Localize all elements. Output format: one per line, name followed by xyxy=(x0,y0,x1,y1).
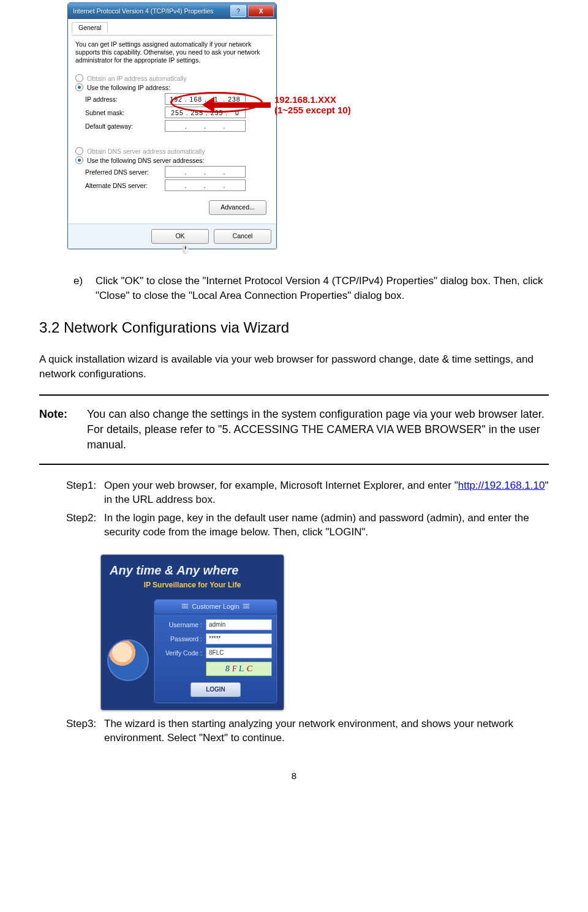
alt-dns-input[interactable]: . . . xyxy=(165,179,246,191)
arrow-left-icon xyxy=(202,99,271,110)
step1-url-link[interactable]: http://192.168.1.10 xyxy=(458,480,545,491)
tab-general[interactable]: General xyxy=(72,22,108,33)
radio-auto-dns[interactable] xyxy=(75,147,83,155)
step3-text: The wizard is then starting analyzing yo… xyxy=(104,717,549,745)
pref-dns-label: Preferred DNS server: xyxy=(85,168,165,176)
login-button[interactable]: LOGIN xyxy=(190,682,241,697)
gateway-label: Default gateway: xyxy=(85,122,165,130)
radio-use-dns[interactable] xyxy=(75,156,83,164)
step2-label: Step2: xyxy=(66,511,100,540)
callout-line2: (1~255 except 10) xyxy=(274,105,351,115)
dialog-titlebar: Internet Protocol Version 4 (TCP/IPv4) P… xyxy=(68,3,276,19)
note-block: Note: You can also change the settings i… xyxy=(39,394,549,464)
bars-icon xyxy=(182,604,188,609)
password-label: Password : xyxy=(159,635,202,643)
dialog-description: You can get IP settings assigned automat… xyxy=(75,40,269,64)
section-intro: A quick installation wizard is available… xyxy=(39,352,549,381)
ok-button[interactable]: OK xyxy=(151,229,209,244)
login-subtitle: IP Surveillance for Your Life xyxy=(110,580,275,590)
pref-dns-input[interactable]: . . . xyxy=(165,166,246,178)
list-marker-e: e) xyxy=(74,274,87,303)
radio-use-ip-label: Use the following IP address: xyxy=(87,84,170,91)
ipv4-properties-dialog: Internet Protocol Version 4 (TCP/IPv4) P… xyxy=(67,2,277,249)
list-item-e-text: Click "OK" to close the "Internet Protoc… xyxy=(96,274,549,303)
page-number: 8 xyxy=(39,770,549,783)
radio-auto-dns-label: Obtain DNS server address automatically xyxy=(87,148,205,155)
cancel-button[interactable]: Cancel xyxy=(214,229,271,244)
radio-auto-ip-label: Obtain an IP address automatically xyxy=(87,75,187,82)
step2-text: In the login page, key in the default us… xyxy=(104,511,549,540)
step1-text: Open your web browser, for example, Micr… xyxy=(104,478,549,507)
help-icon[interactable]: ? xyxy=(230,5,246,17)
verify-label: Verify Code : xyxy=(159,649,202,657)
tab-strip: General xyxy=(72,21,273,36)
bars-icon xyxy=(243,604,249,609)
username-input[interactable]: admin xyxy=(206,619,272,630)
login-panel-title: Customer Login xyxy=(154,600,277,614)
verify-input[interactable]: 8FLC xyxy=(206,647,272,658)
section-heading: 3.2 Network Configurations via Wizard xyxy=(39,317,549,337)
radio-use-dns-label: Use the following DNS server addresses: xyxy=(87,157,204,164)
login-panel: Customer Login Username : admin Password… xyxy=(154,599,277,704)
radio-auto-ip[interactable] xyxy=(75,74,83,82)
close-icon[interactable]: X xyxy=(248,5,274,17)
subnet-mask-label: Subnet mask: xyxy=(85,109,165,116)
password-input[interactable]: ***** xyxy=(206,633,272,644)
annotation-callout: 192.168.1.XXX (1~255 except 10) xyxy=(202,94,351,116)
callout-line1: 192.168.1.XXX xyxy=(274,94,336,105)
radio-use-ip[interactable] xyxy=(75,83,83,91)
note-body: You can also change the settings in the … xyxy=(87,407,549,452)
username-label: Username : xyxy=(159,620,202,629)
login-screenshot: Any time & Any where IP Surveillance for… xyxy=(100,554,284,710)
advanced-button[interactable]: Advanced... xyxy=(209,200,266,215)
step3-label: Step3: xyxy=(66,717,100,745)
avatar-icon xyxy=(107,639,149,681)
dialog-title: Internet Protocol Version 4 (TCP/IPv4) P… xyxy=(73,7,213,15)
login-brand: Any time & Any where xyxy=(110,562,275,579)
step1-label: Step1: xyxy=(66,478,100,507)
note-label: Note: xyxy=(39,407,76,452)
gateway-input[interactable]: . . . xyxy=(165,120,246,132)
alt-dns-label: Alternate DNS server: xyxy=(85,182,165,189)
captcha-image: 8 F L C xyxy=(206,661,272,676)
ip-address-label: IP address: xyxy=(85,96,165,103)
